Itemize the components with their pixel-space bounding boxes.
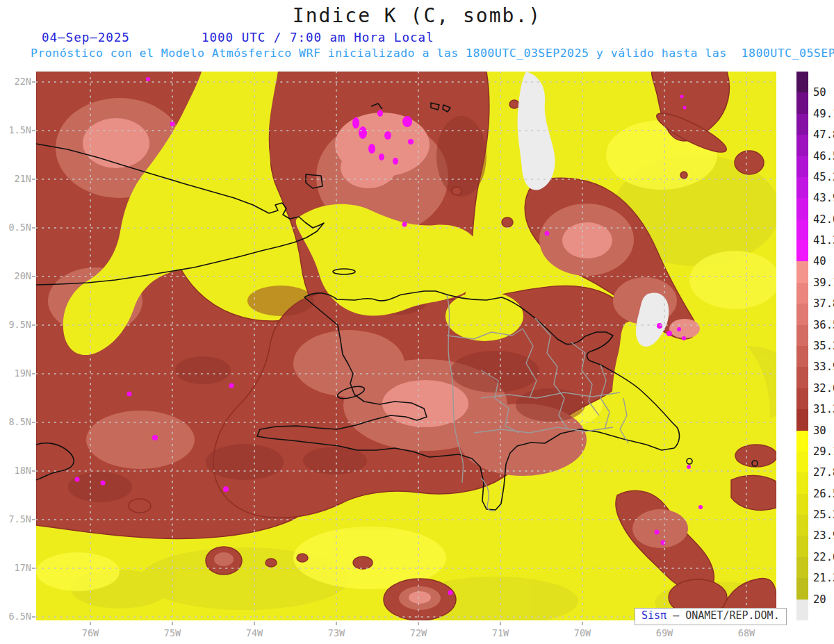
lon-tick [336, 622, 337, 625]
colorbar-segment [796, 557, 808, 579]
colorbar-segment [796, 346, 808, 368]
lon-tick-label: 69W [644, 627, 685, 638]
colorbar-value: 31.3 [813, 403, 834, 415]
colorbar-segment [796, 367, 808, 388]
lon-tick [254, 622, 255, 625]
colorbar-value: 30 [813, 424, 826, 437]
lon-tick [90, 622, 91, 625]
colorbar-segment [796, 304, 808, 325]
colorbar-segment [796, 494, 808, 515]
lat-tick-label: 18N [0, 465, 31, 476]
credit-text: – ONAMET/REP.DOM. [673, 609, 780, 622]
lat-tick [32, 227, 35, 229]
colorbar-value: 22.6 [813, 551, 834, 563]
colorbar-value: 32.6 [813, 382, 834, 395]
colorbar-segment [796, 431, 808, 452]
weather-map-page: { "title": "Indice K (C, somb.)", "heade… [0, 0, 834, 644]
colorbar-segment [796, 198, 808, 220]
colorbar-segment [796, 515, 808, 536]
colorbar-value: 21.3 [813, 572, 834, 584]
colorbar-value: 46.5 [813, 150, 834, 163]
colorbar-value: 42.6 [813, 213, 834, 226]
colorbar-segment [796, 240, 808, 262]
lat-tick [32, 568, 35, 569]
lat-tick-label: 17N [0, 562, 31, 573]
lat-tick [32, 422, 35, 423]
credit-badge: Sisπ – ONAMET/REP.DOM. [635, 608, 787, 625]
colorbar-segment [796, 92, 808, 114]
colorbar-value: 25.2 [813, 509, 834, 521]
colorbar-value: 39.1 [813, 276, 834, 289]
k-index-map [36, 72, 776, 620]
colorbar-value: 36.5 [813, 319, 834, 331]
lon-tick-label: 71W [480, 627, 521, 638]
lat-tick [32, 324, 35, 326]
lat-tick-label: 22N [0, 76, 31, 87]
colorbar-segment [796, 156, 808, 178]
colorbar-value: 26.5 [813, 488, 834, 500]
lat-tick-label: 7.5N [0, 513, 31, 525]
lon-tick-label: 68W [726, 627, 767, 638]
lat-tick [32, 373, 35, 374]
colorbar-value: 45.2 [813, 171, 834, 183]
colorbar-scale [796, 72, 808, 620]
colorbar-segment [796, 177, 808, 199]
lat-tick [32, 179, 35, 180]
lon-tick [500, 622, 501, 625]
colorbar-value: 37.8 [813, 297, 834, 310]
lon-tick-label: 74W [234, 627, 275, 638]
colorbar-segment [796, 452, 808, 473]
lat-tick-label: 9.5N [0, 319, 31, 330]
colorbar-value: 33.9 [813, 361, 834, 373]
lat-tick [32, 519, 35, 520]
lat-tick [32, 616, 35, 618]
colorbar-value: 43.9 [813, 192, 834, 204]
lat-tick-label: 21N [0, 173, 31, 184]
colorbar-segment [796, 325, 808, 347]
lon-tick-label: 72W [398, 627, 439, 638]
lon-tick-label: 76W [70, 627, 111, 638]
lon-tick [172, 622, 173, 625]
colorbar-value: 20 [813, 593, 826, 606]
colorbar-value: 50 [813, 86, 826, 99]
lon-tick-label: 70W [562, 627, 603, 638]
colorbar-value: 29.1 [813, 445, 834, 458]
colorbar-value: 41.3 [813, 234, 834, 247]
lat-tick [32, 81, 35, 83]
colorbar-segment [796, 135, 808, 156]
colorbar-value: 35.2 [813, 340, 834, 352]
colorbar-segment [796, 578, 808, 600]
colorbar-segment [796, 261, 808, 283]
colorbar-value: 23.9 [813, 529, 834, 542]
valid-time: 1000 UTC / 7:00 am Hora Local [202, 31, 434, 44]
model-subtitle: Pronóstico con el Modelo Atmósferico WRF… [31, 47, 834, 60]
lat-tick [32, 470, 35, 472]
lat-tick-label: 20N [0, 270, 31, 281]
colorbar-segment [796, 114, 808, 135]
lat-tick-label: 0.5N [0, 222, 31, 233]
colorbar-segment [796, 409, 808, 431]
colorbar-segment [796, 220, 808, 241]
colorbar-value: 49.1 [813, 108, 834, 120]
lat-tick-label: 6.5N [0, 611, 31, 622]
lat-tick-label: 1.5N [0, 124, 31, 135]
sis-logo: Sisπ [641, 609, 673, 622]
colorbar-value: 40 [813, 255, 826, 267]
lat-tick [32, 276, 35, 277]
valid-date: 04–Sep–2025 [42, 31, 130, 44]
lat-tick [32, 130, 35, 131]
lat-tick-label: 8.5N [0, 416, 31, 427]
lon-tick [582, 622, 583, 625]
colorbar-segment [796, 72, 808, 93]
colorbar-segment [796, 388, 808, 410]
map-title: Indice K (C, somb.) [0, 4, 834, 27]
colorbar-segment [796, 472, 808, 494]
lon-tick-label: 75W [152, 627, 193, 638]
colorbar-value: 27.8 [813, 466, 834, 479]
colorbar-segment [796, 536, 808, 557]
colorbar-segment [796, 283, 808, 304]
lon-tick [418, 622, 419, 625]
lat-tick-label: 19N [0, 368, 31, 379]
lon-tick-label: 73W [316, 627, 357, 638]
colorbar-segment [796, 600, 808, 621]
